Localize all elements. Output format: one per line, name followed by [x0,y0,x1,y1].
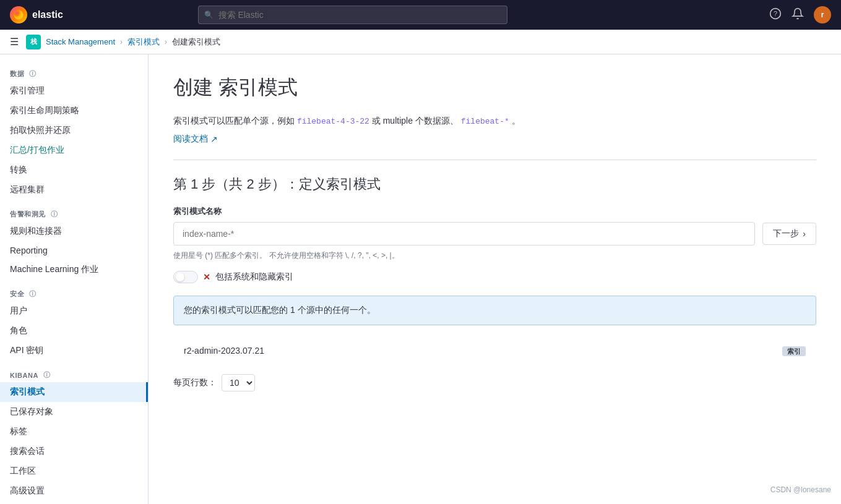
sidebar-item-transform[interactable]: 转换 [0,160,148,180]
notifications-icon[interactable] [791,7,804,22]
sidebar-section-kibana: Kibana ⓘ 索引模式 已保存对象 标签 搜索会话 工作区 高级设置 [0,365,148,501]
sidebar-item-advanced-settings[interactable]: 高级设置 [0,481,148,501]
index-pattern-input[interactable] [173,222,755,246]
toggle-dot [176,273,184,281]
hidden-indices-toggle[interactable] [173,271,198,283]
avatar[interactable]: r [814,6,831,23]
table-row: r2-admin-2023.07.21 索引 [174,338,816,364]
hint-text: 使用星号 (*) 匹配多个索引。 不允许使用空格和字符 \, /, ?, ", … [173,250,816,261]
nav-icons: ? r [769,6,831,23]
breadcrumb-sep-1: › [120,38,123,46]
elastic-logo[interactable]: elastic [10,6,63,23]
sidebar-item-ml[interactable]: Machine Learning 作业 [0,260,148,280]
sidebar-item-index-management[interactable]: 索引管理 [0,81,148,101]
info-icon-security: ⓘ [29,289,37,299]
doc-link[interactable]: 阅读文档 ↗ [173,134,218,145]
sidebar-section-title-kibana: Kibana ⓘ [0,365,148,382]
info-icon-kibana: ⓘ [43,370,51,380]
sidebar-item-reporting[interactable]: Reporting [0,241,148,260]
sidebar-item-index-patterns[interactable]: 索引模式 [0,382,148,402]
menu-icon[interactable]: ☰ [10,36,19,48]
results-table: r2-admin-2023.07.21 索引 [173,338,816,364]
breadcrumb-stack-management[interactable]: Stack Management [46,37,115,46]
layout: 数据 ⓘ 索引管理 索引生命周期策略 拍取快照并还原 汇总/打包作业 转换 远程… [0,54,841,504]
top-navigation: elastic 🔍 ? r [0,0,841,30]
index-badge: 索引 [782,346,806,356]
sidebar: 数据 ⓘ 索引管理 索引生命周期策略 拍取快照并还原 汇总/打包作业 转换 远程… [0,54,149,504]
input-row: 下一步 › [173,222,816,246]
section-divider [173,160,816,160]
sidebar-item-users[interactable]: 用户 [0,301,148,321]
toggle-x-icon: ✕ [203,272,210,282]
main-content: 创建 索引模式 索引模式可以匹配单个源，例如 filebeat-4-3-22 或… [149,54,841,504]
toggle-label: 包括系统和隐藏索引 [215,271,293,283]
breadcrumb-bar: ☰ 栈 Stack Management › 索引模式 › 创建索引模式 [0,30,841,54]
per-page-select[interactable]: 10 25 50 [222,374,255,391]
breadcrumb-index-patterns[interactable]: 索引模式 [127,36,160,48]
form-label: 索引模式名称 [173,206,816,217]
sidebar-section-data: 数据 ⓘ 索引管理 索引生命周期策略 拍取快照并还原 汇总/打包作业 转换 远程… [0,64,148,200]
sidebar-item-ilm[interactable]: 索引生命周期策略 [0,101,148,121]
svg-text:?: ? [774,10,777,17]
sidebar-item-rollup[interactable]: 汇总/打包作业 [0,140,148,160]
elastic-logo-icon [10,6,27,23]
step-title: 第 1 步（共 2 步）：定义索引模式 [173,175,816,194]
sidebar-item-search-sessions[interactable]: 搜索会话 [0,442,148,461]
sidebar-item-snapshot[interactable]: 拍取快照并还原 [0,121,148,140]
breadcrumb-sep-2: › [165,38,167,46]
sidebar-item-rules[interactable]: 规则和连接器 [0,221,148,241]
index-name-cell: r2-admin-2023.07.21 [174,338,622,364]
sidebar-item-remote-clusters[interactable]: 远程集群 [0,180,148,200]
sidebar-item-workspace[interactable]: 工作区 [0,461,148,481]
sidebar-section-security: 安全 ⓘ 用户 角色 API 密钥 [0,284,148,361]
info-icon-alerts: ⓘ [51,210,58,219]
sidebar-item-api-keys[interactable]: API 密钥 [0,341,148,361]
sidebar-section-title-alerts: 告警和洞见 ⓘ [0,205,148,221]
sidebar-item-roles[interactable]: 角色 [0,321,148,341]
watermark: CSDN @lonesane [770,485,831,494]
info-icon-data: ⓘ [29,69,37,79]
sidebar-item-saved-objects[interactable]: 已保存对象 [0,402,148,422]
search-icon: 🔍 [204,11,213,19]
pagination-row: 每页行数： 10 25 50 [173,374,816,391]
chevron-right-icon: › [803,229,806,239]
description-text: 索引模式可以匹配单个源，例如 filebeat-4-3-22 或 multipl… [173,114,816,129]
code-example-1: filebeat-4-3-22 [297,117,369,126]
sidebar-item-tags[interactable]: 标签 [0,422,148,442]
elastic-logo-text: elastic [32,9,63,20]
sidebar-section-title-data: 数据 ⓘ [0,64,148,81]
index-badge-cell: 索引 [621,338,816,364]
external-link-icon: ↗ [210,134,218,144]
next-step-button[interactable]: 下一步 › [762,223,816,245]
search-input[interactable] [198,6,507,24]
pagination-label: 每页行数： [173,377,217,388]
app-icon: 栈 [26,35,41,49]
breadcrumb-current: 创建索引模式 [172,36,220,48]
sidebar-section-alerts: 告警和洞见 ⓘ 规则和连接器 Reporting Machine Learnin… [0,205,148,280]
svg-point-0 [14,11,24,20]
page-title: 创建 索引模式 [173,74,816,101]
toggle-row: ✕ 包括系统和隐藏索引 [173,271,816,283]
help-icon[interactable]: ? [769,7,782,22]
sidebar-section-title-security: 安全 ⓘ [0,284,148,301]
code-example-2: filebeat-* [461,117,509,126]
search-bar-container: 🔍 [198,6,507,24]
info-box: 您的索引模式可以匹配您的 1 个源中的任何一个。 [173,296,816,325]
